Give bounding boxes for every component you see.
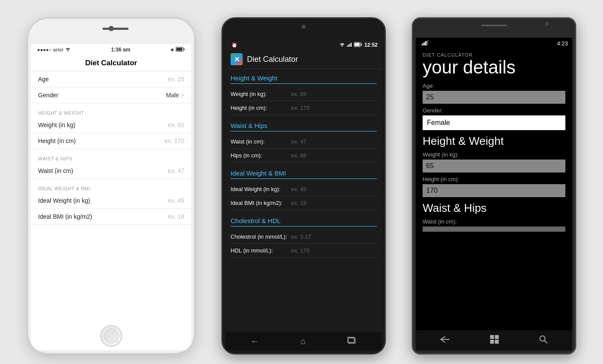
android-ideal-weight-field[interactable]: Ideal Weight (in kg): ex. 45 [231, 182, 377, 196]
wp-speaker [481, 25, 507, 26]
ios-power-button[interactable] [195, 79, 196, 105]
wp-section-waist-hips: Waist & Hips [423, 201, 565, 215]
ios-home-inner [104, 329, 119, 343]
android-ideal-bmi-field[interactable]: Ideal BMI (in kg/m2): ex. 18 [231, 196, 377, 210]
wp-windows-button[interactable] [490, 335, 499, 346]
svg-rect-2 [176, 48, 182, 51]
android-section-ideal: Ideal Weight & BMI Ideal Weight (in kg):… [231, 164, 377, 212]
android-nav-bar: ← ⌂ [225, 332, 382, 351]
android-weight-field[interactable]: Weight (in kg): ex. 65 [231, 87, 377, 101]
android-status-bar: ⏰ 12:52 [225, 40, 382, 50]
ios-height-value: ex. 170 [164, 137, 184, 144]
wp-gender-input[interactable]: Female [423, 115, 565, 130]
android-height-field[interactable]: Height (in cm): ex. 170 [231, 101, 377, 115]
ios-gender-value: Male [166, 92, 179, 99]
android-hdl-field[interactable]: HDL (in mmol/L): ex. 170 [231, 244, 377, 258]
android-battery-icon [354, 42, 362, 48]
ios-ideal-weight-label: Ideal Weight (in kg) [38, 197, 90, 204]
android-app-icon: ✕ [231, 53, 243, 65]
wp-screen: 4:23 DIET CALCULATOR your details Age: 2… [416, 38, 572, 351]
android-height-placeholder: ex. 170 [291, 105, 310, 111]
ios-waist-row[interactable]: Waist (in cm) ex. 47 [31, 163, 191, 179]
ios-age-label: Age [38, 76, 49, 83]
wp-camera-button[interactable] [575, 140, 576, 153]
android-hdl-placeholder: ex. 170 [291, 247, 310, 254]
svg-rect-19 [490, 340, 494, 344]
android-waist-field[interactable]: Waist (in cm): ex. 47 [231, 135, 377, 149]
android-phone: ⏰ 12:52 ✕ Diet Calculator He [221, 17, 386, 354]
wp-app-label: DIET CALCULATOR [423, 49, 565, 57]
ios-home-button[interactable] [100, 325, 122, 347]
svg-rect-9 [355, 43, 360, 46]
svg-rect-18 [495, 335, 499, 339]
android-ideal-bmi-label: Ideal BMI (in kg/m2): [231, 200, 291, 206]
ios-ideal-bmi-row[interactable]: Ideal BMI (in kg/m2) ex. 18 [31, 209, 191, 225]
svg-rect-1 [183, 48, 184, 51]
wp-weight-input[interactable]: 65 [423, 160, 565, 172]
svg-rect-6 [351, 43, 352, 47]
ios-ideal-weight-value: ex. 45 [168, 197, 184, 204]
android-hips-label: Hips (in cm): [231, 152, 291, 159]
android-time: 12:52 [364, 42, 378, 48]
ios-status-left: ●●●●○ airtel [37, 47, 71, 52]
wp-age-input[interactable]: 25 [423, 91, 565, 104]
android-section-title-ideal: Ideal Weight & BMI [231, 169, 377, 179]
ios-weight-label: Weight (in kg) [38, 121, 75, 128]
svg-point-21 [540, 336, 545, 341]
ios-content: Age ex. 25 Gender Male > HEIGHT & WEIGHT… [31, 71, 191, 322]
ios-wifi-icon [65, 47, 71, 52]
android-cholestrol-label: Cholestrol (in mmol/L): [231, 233, 291, 240]
android-waist-placeholder: ex. 47 [291, 138, 306, 145]
android-app-title: Diet Calculator [247, 55, 298, 64]
ios-carrier: ●●●●○ airtel [37, 47, 63, 52]
svg-rect-5 [350, 44, 350, 47]
svg-rect-15 [427, 40, 428, 45]
android-hdl-label: HDL (in mmol/L): [231, 247, 291, 254]
ios-waist-label: Waist (in cm) [38, 167, 73, 174]
ios-age-value: ex. 25 [168, 76, 184, 83]
android-hips-field[interactable]: Hips (in cm): ex. 88 [231, 149, 377, 163]
android-recent-button[interactable] [347, 336, 357, 346]
ios-weight-row[interactable]: Weight (in kg) ex. 65 [31, 117, 191, 133]
ios-vol-down-button[interactable] [27, 94, 28, 111]
android-ideal-bmi-placeholder: ex. 18 [291, 200, 306, 206]
android-height-label: Height (in cm): [231, 105, 291, 111]
ios-waist-value: ex. 47 [168, 167, 184, 174]
svg-rect-4 [348, 45, 349, 47]
android-cholestrol-field[interactable]: Cholestrol (in mmol/L): ex. 5.17 [231, 230, 377, 244]
android-back-button[interactable]: ← [250, 336, 259, 346]
ios-height-row[interactable]: Height (in cm) ex. 170 [31, 133, 191, 149]
wp-height-input[interactable]: 170 [423, 184, 565, 197]
android-section-waist-hips: Waist & Hips Waist (in cm): ex. 47 Hips … [231, 117, 377, 164]
windows-phone: 4:23 DIET CALCULATOR your details Age: 2… [412, 17, 576, 354]
ios-age-row[interactable]: Age ex. 25 [31, 71, 191, 87]
android-screen: ⏰ 12:52 ✕ Diet Calculator He [225, 40, 382, 351]
wp-page-title: your details [423, 57, 565, 77]
android-waist-label: Waist (in cm): [231, 138, 291, 145]
wp-search-button[interactable] [539, 335, 548, 346]
ios-app-title: Diet Calculator [31, 55, 191, 71]
ios-ideal-weight-row[interactable]: Ideal Weight (in kg) ex. 45 [31, 193, 191, 209]
android-content: Height & Weight Weight (in kg): ex. 65 H… [225, 69, 382, 332]
svg-rect-8 [361, 44, 362, 46]
android-section-title-chol: Cholestrol & HDL [231, 217, 377, 227]
ios-gender-row[interactable]: Gender Male > [31, 87, 191, 103]
svg-rect-13 [423, 42, 425, 45]
android-section-cholestrol: Cholestrol & HDL Cholestrol (in mmol/L):… [231, 212, 377, 259]
ios-vol-up-button[interactable] [27, 70, 28, 87]
android-signal-icon [347, 42, 352, 48]
wp-content: DIET CALCULATOR your details Age: 25 Gen… [416, 49, 572, 330]
wp-power-button[interactable] [575, 96, 576, 118]
ios-height-label: Height (in cm) [38, 137, 76, 144]
ios-status-right: ✱ [170, 47, 185, 53]
wp-back-button[interactable] [440, 335, 450, 345]
wp-weight-label: Weight (in kg): [423, 151, 565, 158]
android-section-title-hw: Height & Weight [231, 74, 377, 84]
android-weight-placeholder: ex. 65 [291, 91, 306, 97]
wp-gender-label: Gender: [423, 107, 565, 114]
android-home-button[interactable]: ⌂ [301, 336, 306, 346]
ios-weight-value: ex. 65 [168, 121, 184, 128]
wp-waist-input[interactable] [423, 227, 565, 232]
android-ideal-weight-label: Ideal Weight (in kg): [231, 186, 291, 192]
svg-rect-17 [490, 335, 494, 339]
